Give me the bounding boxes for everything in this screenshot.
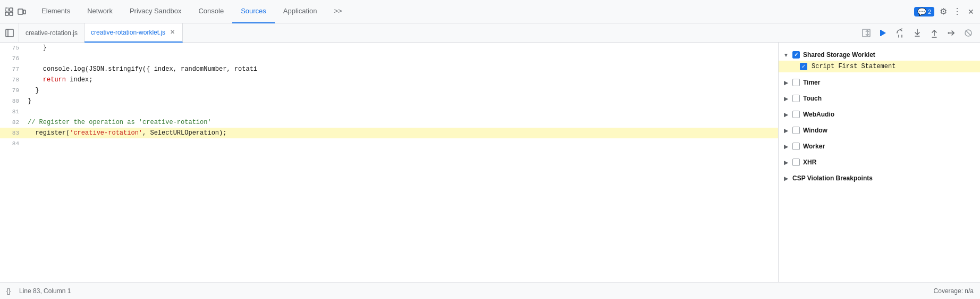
code-line-75: 75 } [0,43,778,53]
checkbox-script-first-statement[interactable] [800,63,807,70]
chevron-right-icon-xhr: ▶ [783,159,789,165]
section-xhr: ▶ XHR [779,154,980,170]
checkbox-xhr[interactable] [792,159,800,166]
resume-button[interactable] [876,26,891,40]
checkbox-touch[interactable] [792,95,800,102]
code-line-83: 83 register('creative-rotation', SelectU… [0,128,778,138]
status-bar: {} Line 83, Column 1 Coverage: n/a [0,282,980,299]
code-editor[interactable]: 75 } 76 77 console.log(JSON.stringify({ … [0,43,778,282]
section-header-window[interactable]: ▶ Window [779,124,980,136]
chevron-right-icon-csp: ▶ [783,175,789,181]
close-tab-button[interactable]: ✕ [168,29,176,36]
chevron-right-icon-webaudio: ▶ [783,111,789,118]
svg-rect-8 [863,29,870,37]
debug-controls [859,26,980,40]
chevron-right-icon-worker: ▶ [783,143,789,150]
settings-icon[interactable]: ⚙ [939,7,948,16]
tab-console[interactable]: Console [190,0,232,23]
file-tab-rotation-worklet-js[interactable]: creative-rotation-worklet.js ✕ [85,23,183,43]
coverage-status: Coverage: n/a [934,287,974,295]
code-line-76: 76 [0,53,778,64]
checkbox-worker[interactable] [792,143,800,150]
more-options-icon[interactable]: ⋮ [952,7,962,16]
section-header-xhr[interactable]: ▶ XHR [779,156,980,168]
chat-badge[interactable]: 💬 2 [914,7,934,16]
section-shared-storage-worklet: ▼ Shared Storage Worklet Script First St… [779,47,980,74]
chevron-right-icon-timer: ▶ [783,79,789,86]
svg-marker-9 [881,30,886,36]
section-window: ▶ Window [779,122,980,138]
toolbar-icon-group [4,7,27,16]
step-button[interactable] [944,26,959,40]
main-content: 75 } 76 77 console.log(JSON.stringify({ … [0,43,980,282]
code-line-81: 81 [0,106,778,117]
section-header-webaudio[interactable]: ▶ WebAudio [779,109,980,120]
tab-sources[interactable]: Sources [232,0,275,23]
chevron-right-icon-window: ▶ [783,127,789,134]
svg-rect-4 [18,9,23,14]
section-header-timer[interactable]: ▶ Timer [779,77,980,88]
svg-rect-2 [5,12,9,15]
step-into-button[interactable] [910,26,925,40]
select-element-icon[interactable] [4,7,14,16]
right-panel: ▼ Shared Storage Worklet Script First St… [778,43,980,282]
section-header-shared-storage[interactable]: ▼ Shared Storage Worklet [779,49,980,61]
main-nav-tabs: Elements Network Privacy Sandbox Console… [33,0,912,23]
section-worker: ▶ Worker [779,138,980,154]
code-line-77: 77 console.log(JSON.stringify({ index, r… [0,64,778,74]
section-header-worker[interactable]: ▶ Worker [779,140,980,152]
svg-point-11 [948,32,950,34]
checkbox-window[interactable] [792,127,800,134]
code-line-84: 84 [0,138,778,149]
close-icon[interactable]: ✕ [966,7,976,16]
collapse-pane-button[interactable] [859,26,874,40]
breakpoint-script-first-statement[interactable]: Script First Statement [779,61,980,72]
code-line-79: 79 } [0,85,778,96]
sidebar-toggle-button[interactable] [0,23,19,43]
svg-rect-1 [10,8,13,11]
chevron-right-icon-touch: ▶ [783,95,789,102]
svg-rect-5 [23,10,26,14]
cursor-position: Line 83, Column 1 [19,287,71,295]
tab-privacy-sandbox[interactable]: Privacy Sandbox [121,0,190,23]
section-touch: ▶ Touch [779,90,980,106]
section-checkbox-shared-storage[interactable] [792,51,800,59]
code-line-78: 78 return index; [0,74,778,85]
tab-elements[interactable]: Elements [33,0,79,23]
section-csp: ▶ CSP Violation Breakpoints [779,170,980,186]
svg-line-13 [966,30,971,36]
tab-network[interactable]: Network [79,0,121,23]
svg-rect-6 [6,29,13,37]
pretty-print-button[interactable]: {} [6,287,11,295]
chevron-down-icon: ▼ [783,52,789,58]
section-timer: ▶ Timer [779,74,980,90]
deactivate-breakpoints-button[interactable] [961,26,976,40]
step-out-button[interactable] [927,26,942,40]
code-line-80: 80 } [0,96,778,106]
svg-rect-3 [10,12,13,15]
section-webaudio: ▶ WebAudio [779,106,980,122]
section-header-csp[interactable]: ▶ CSP Violation Breakpoints [779,172,980,184]
code-line-82: 82 // Register the operation as 'creativ… [0,117,778,128]
code-lines: 75 } 76 77 console.log(JSON.stringify({ … [0,43,778,149]
file-tab-rotation-js[interactable]: creative-rotation.js [19,23,85,43]
tab-application[interactable]: Application [275,0,326,23]
svg-rect-0 [5,8,9,11]
checkbox-timer[interactable] [792,79,800,86]
checkbox-webaudio[interactable] [792,111,800,118]
devtools-toolbar: Elements Network Privacy Sandbox Console… [0,0,980,23]
file-tabs-bar: creative-rotation.js creative-rotation-w… [0,23,980,43]
step-over-button[interactable] [893,26,908,40]
tab-more[interactable]: >> [325,0,350,23]
section-header-touch[interactable]: ▶ Touch [779,93,980,104]
toolbar-right: 💬 2 ⚙ ⋮ ✕ [914,7,976,16]
device-toggle-icon[interactable] [17,7,27,16]
